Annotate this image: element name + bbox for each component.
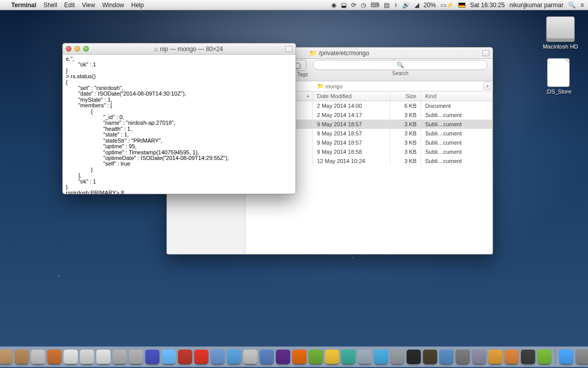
menu-window[interactable]: Window: [102, 2, 124, 9]
search-field[interactable]: 🔍: [313, 60, 487, 70]
dock-app[interactable]: [162, 350, 176, 364]
dock-app[interactable]: [358, 350, 372, 364]
menubar-user[interactable]: nikunjkumar parmar: [509, 2, 564, 9]
dock-app[interactable]: [325, 350, 339, 364]
dock-app[interactable]: [47, 350, 62, 364]
battery-percent[interactable]: 20%: [424, 2, 436, 9]
dock-app[interactable]: [178, 350, 192, 364]
dock-app[interactable]: [439, 350, 454, 364]
dock-app[interactable]: [537, 350, 552, 364]
gdrive-icon[interactable]: ◉: [331, 2, 336, 9]
dock-app[interactable]: [80, 350, 94, 364]
dropbox-icon[interactable]: ⬓: [341, 2, 347, 9]
dock-app[interactable]: [423, 350, 437, 364]
fullscreen-button[interactable]: [482, 50, 489, 56]
dock-app[interactable]: [15, 350, 29, 364]
desktop-icon-macintosh-hd[interactable]: Macintosh HD: [542, 16, 579, 50]
dock-app[interactable]: [374, 350, 388, 364]
dock-app[interactable]: [559, 350, 574, 364]
dock-separator: [555, 350, 556, 364]
minimize-button[interactable]: [75, 46, 80, 52]
desktop-icon-ds-store[interactable]: .DS_Store: [540, 58, 577, 95]
dock-app[interactable]: [456, 350, 470, 364]
input-source-flag[interactable]: [458, 3, 465, 8]
menu-shell[interactable]: Shell: [43, 2, 57, 9]
dock-app[interactable]: [113, 350, 127, 364]
volume-icon[interactable]: 🔊: [402, 2, 410, 9]
dock-app[interactable]: [407, 350, 421, 364]
keyboardviewer-icon[interactable]: ⌨: [371, 2, 379, 9]
fullscreen-button[interactable]: [285, 46, 292, 52]
terminal-body[interactable]: e.", "ok" : 1 } > rs.status() { "set" : …: [63, 55, 296, 194]
dock-app[interactable]: [276, 350, 290, 364]
dock-app[interactable]: [472, 350, 486, 364]
wifi-icon[interactable]: ◢: [414, 2, 419, 9]
finder-title: /private/etc/mongo: [319, 50, 370, 57]
dock-app[interactable]: [390, 350, 405, 364]
dock-app[interactable]: [145, 350, 160, 364]
terminal-title: nip — mongo — 80×24: [160, 45, 223, 53]
dock-app[interactable]: [64, 350, 78, 364]
dock-app[interactable]: [211, 350, 225, 364]
home-icon: ⌂: [154, 45, 158, 53]
notification-center-icon[interactable]: ≡: [580, 2, 584, 9]
spotlight-icon[interactable]: 🔍: [568, 2, 576, 9]
zoom-button[interactable]: [83, 46, 89, 52]
folder-icon: 📁: [317, 83, 324, 89]
dock-app[interactable]: [488, 350, 503, 364]
dock-app[interactable]: [576, 350, 589, 364]
dock-app[interactable]: [341, 350, 356, 364]
col-date[interactable]: Date Modified: [313, 91, 390, 101]
battery-icon[interactable]: ▭⚡: [440, 2, 454, 9]
dock-app[interactable]: [243, 350, 258, 364]
menu-app-name[interactable]: Terminal: [11, 2, 36, 9]
terminal-titlebar[interactable]: ⌂nip — mongo — 80×24: [63, 43, 296, 55]
menu-view[interactable]: View: [82, 2, 95, 9]
dock-app[interactable]: [227, 350, 241, 364]
menubar: Terminal Shell Edit View Window Help ◉ ⬓…: [0, 0, 588, 10]
search-icon: 🔍: [397, 61, 404, 68]
bluetooth-icon[interactable]: ᚼ: [394, 2, 398, 9]
sync-icon[interactable]: ⟳: [351, 2, 356, 9]
dock-app[interactable]: [194, 350, 209, 364]
menu-help[interactable]: Help: [131, 2, 144, 9]
dock-app[interactable]: [129, 350, 143, 364]
dock-app[interactable]: [309, 350, 323, 364]
dock-app[interactable]: [505, 350, 519, 364]
dock-app[interactable]: [96, 350, 111, 364]
col-kind[interactable]: Kind: [421, 91, 493, 101]
col-size[interactable]: Size: [390, 91, 421, 101]
folder-icon: 📁: [309, 50, 317, 57]
terminal-cursor: [121, 191, 124, 194]
dock-app[interactable]: [292, 350, 307, 364]
terminal-window[interactable]: ⌂nip — mongo — 80×24 e.", "ok" : 1 } > r…: [62, 43, 296, 194]
timemachine-icon[interactable]: ◷: [361, 2, 366, 9]
close-button[interactable]: [66, 46, 71, 52]
menu-edit[interactable]: Edit: [64, 2, 75, 9]
new-tab-button[interactable]: ＋: [483, 82, 492, 90]
menubar-clock[interactable]: Sat 16:30:25: [470, 2, 505, 9]
display-icon[interactable]: ▤: [384, 2, 389, 9]
dock-app[interactable]: [260, 350, 274, 364]
dock-app[interactable]: [31, 350, 45, 364]
dock: [0, 347, 588, 367]
dock-app[interactable]: [521, 350, 535, 364]
dock-app[interactable]: [0, 350, 13, 364]
